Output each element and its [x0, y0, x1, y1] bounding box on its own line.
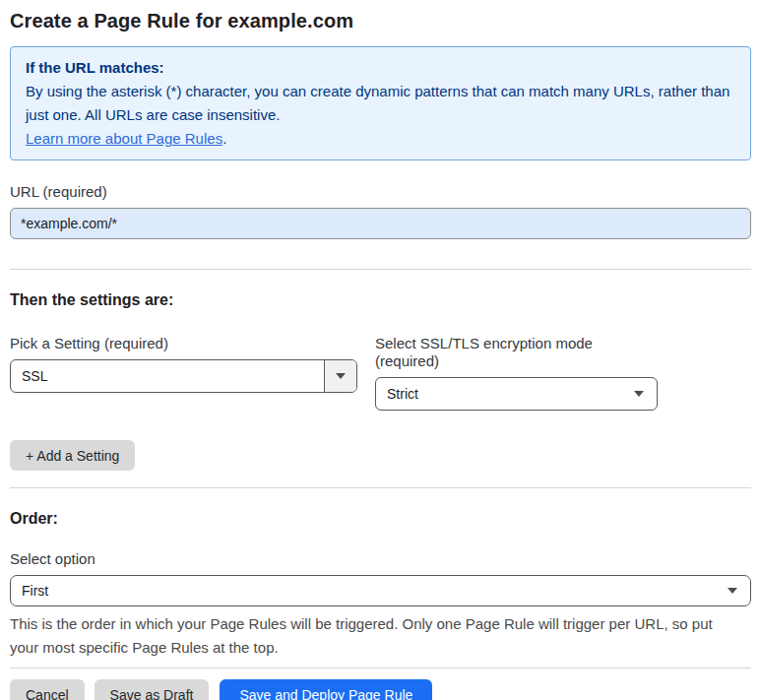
settings-section-heading: Then the settings are: [10, 290, 751, 309]
section-divider [10, 269, 751, 270]
info-box-link-line: Learn more about Page Rules. [26, 127, 735, 151]
page-title: Create a Page Rule for example.com [10, 8, 751, 33]
order-select-label: Select option [10, 550, 751, 568]
settings-fields-row: Pick a Setting (required) SSL Select SSL… [10, 335, 751, 411]
chevron-down-icon [634, 391, 644, 397]
pick-setting-field-group: Pick a Setting (required) SSL [10, 335, 357, 411]
order-field-group: Select option First [10, 550, 751, 606]
chevron-down-icon [728, 588, 737, 594]
create-page-rule-page: Create a Page Rule for example.com If th… [0, 0, 760, 700]
footer-actions: Cancel Save as Draft Save and Deploy Pag… [10, 679, 751, 700]
info-box-heading: If the URL matches: [26, 56, 735, 80]
pick-setting-label: Pick a Setting (required) [10, 335, 357, 352]
encryption-mode-field-group: Select SSL/TLS encryption mode (required… [375, 335, 658, 411]
link-suffix-period: . [222, 130, 226, 147]
encryption-mode-select[interactable]: Strict [375, 377, 658, 411]
section-divider [10, 487, 751, 488]
encryption-mode-label: Select SSL/TLS encryption mode (required… [375, 335, 658, 370]
pick-setting-selected-value: SSL [11, 368, 47, 384]
save-and-deploy-button[interactable]: Save and Deploy Page Rule [220, 679, 432, 700]
url-match-info-box: If the URL matches: By using the asteris… [10, 46, 751, 160]
url-input[interactable] [10, 208, 751, 239]
info-box-body: By using the asterisk (*) character, you… [26, 80, 735, 127]
add-setting-button[interactable]: + Add a Setting [10, 440, 135, 471]
order-help-text: This is the order in which your Page Rul… [10, 612, 743, 660]
url-label: URL (required) [10, 183, 751, 201]
chevron-down-icon [336, 373, 346, 379]
learn-more-page-rules-link[interactable]: Learn more about Page Rules [26, 130, 222, 147]
cancel-button[interactable]: Cancel [10, 679, 85, 700]
url-field-group: URL (required) [10, 183, 751, 239]
footer-divider [10, 668, 751, 668]
order-select[interactable]: First [10, 575, 751, 606]
pick-setting-select[interactable]: SSL [10, 359, 357, 393]
order-section-heading: Order: [10, 509, 751, 528]
pick-setting-dropdown-button[interactable] [324, 360, 356, 392]
save-as-draft-button[interactable]: Save as Draft [95, 679, 210, 700]
encryption-mode-selected-value: Strict [376, 386, 418, 402]
order-selected-value: First [11, 583, 48, 599]
